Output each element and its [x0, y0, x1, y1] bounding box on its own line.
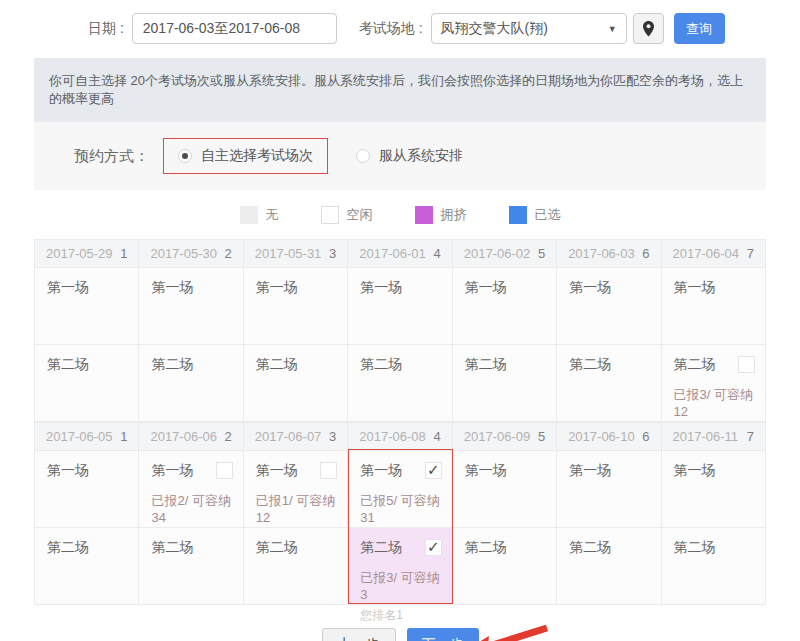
chevron-down-icon: ▼	[608, 24, 617, 34]
legend-item: 无	[240, 206, 279, 224]
header-date: 2017-06-07	[255, 429, 322, 444]
header-day-number: 6	[642, 246, 649, 261]
date-range-input[interactable]	[132, 13, 337, 44]
location-button[interactable]	[633, 13, 664, 44]
session-cell[interactable]: 第二场已报3/ 可容纳12您排名1	[662, 345, 766, 422]
checkbox-unchecked-icon[interactable]	[320, 462, 337, 479]
session-title: 第一场	[465, 462, 507, 480]
header-date: 2017-06-02	[464, 246, 531, 261]
session-title: 第一场	[465, 279, 507, 297]
option-system-label: 服从系统安排	[379, 147, 463, 165]
search-button[interactable]: 查询	[674, 13, 725, 44]
checkbox-checked-icon[interactable]: ✓	[425, 462, 442, 479]
option-system-arrange[interactable]: 服从系统安排	[356, 147, 463, 165]
session-cell[interactable]: 第一场	[348, 268, 452, 345]
date-header-cell: 2017-06-036	[557, 240, 661, 268]
session-title: 第二场	[360, 539, 402, 557]
session-title: 第一场	[569, 462, 611, 480]
radio-unselected-icon[interactable]	[356, 149, 370, 163]
session-cell[interactable]: 第一场	[662, 451, 766, 528]
header-date: 2017-06-05	[46, 429, 113, 444]
session-cell[interactable]: 第一场	[244, 268, 348, 345]
checkmark-icon: ✓	[427, 462, 440, 477]
session-cell-top: 第一场	[569, 462, 650, 480]
previous-step-button[interactable]: 上一步	[322, 628, 396, 641]
legend-item: 空闲	[321, 206, 373, 224]
session-cell[interactable]: 第二场	[35, 528, 139, 605]
session-cell[interactable]: 第一场	[35, 268, 139, 345]
session-title: 第二场	[674, 356, 716, 374]
session-cell-top: 第二场	[360, 356, 441, 374]
next-step-button[interactable]: 下一步	[407, 628, 479, 641]
filter-bar: 日期 : 考试场地 : 凤翔交警大队(翔) ▼ 查询	[0, 0, 800, 44]
legend-item: 拥挤	[415, 206, 467, 224]
capacity-info: 已报2/ 可容纳34	[151, 492, 232, 525]
session-cell-top: 第一场	[256, 462, 337, 480]
session-cell[interactable]: 第一场已报1/ 可容纳12您排名1	[244, 451, 348, 528]
header-day-number: 7	[747, 246, 754, 261]
session-cell[interactable]: 第一场	[453, 268, 557, 345]
session-cell[interactable]: 第一场	[662, 268, 766, 345]
session-cell-top: 第二场	[569, 539, 650, 557]
date-header-cell: 2017-06-073	[244, 423, 348, 451]
header-date: 2017-05-29	[46, 246, 113, 261]
session-cell-top: 第二场✓	[360, 539, 441, 557]
session-cell[interactable]: 第二场✓已报3/ 可容纳3您排名1	[348, 528, 452, 605]
header-day-number: 7	[747, 429, 754, 444]
date-header-cell: 2017-06-051	[35, 423, 139, 451]
session-title: 第一场	[569, 279, 611, 297]
checkbox-checked-icon[interactable]: ✓	[425, 539, 442, 556]
session-cell[interactable]: 第二场	[557, 345, 661, 422]
session-cell[interactable]: 第一场已报2/ 可容纳34您排名1	[139, 451, 243, 528]
session-cell[interactable]: 第一场	[557, 451, 661, 528]
session-cell[interactable]: 第一场	[557, 268, 661, 345]
legend-item: 已选	[509, 206, 561, 224]
session-title: 第一场	[360, 462, 402, 480]
session-title: 第一场	[47, 462, 89, 480]
session-cell[interactable]: 第二场	[662, 528, 766, 605]
option-self-select[interactable]: 自主选择考试场次	[163, 138, 328, 174]
header-date: 2017-06-09	[464, 429, 531, 444]
capacity-info: 已报1/ 可容纳12	[256, 492, 337, 525]
venue-label: 考试场地 :	[359, 20, 423, 38]
session-cell[interactable]: 第二场	[244, 345, 348, 422]
session-cell[interactable]: 第二场	[348, 345, 452, 422]
date-header-cell: 2017-06-095	[453, 423, 557, 451]
session-cell[interactable]: 第一场	[139, 268, 243, 345]
session-cell[interactable]: 第二场	[244, 528, 348, 605]
session-cell-top: 第一场	[47, 462, 128, 480]
legend-label: 无	[266, 206, 279, 224]
session-cell[interactable]: 第二场	[557, 528, 661, 605]
session-cell-top: 第一场	[151, 462, 232, 480]
session-title: 第一场	[151, 462, 193, 480]
calendar: 2017-05-2912017-05-3022017-05-3132017-06…	[34, 239, 766, 605]
venue-select[interactable]: 凤翔交警大队(翔) ▼	[431, 13, 627, 44]
session-title: 第二场	[569, 356, 611, 374]
checkbox-unchecked-icon[interactable]	[738, 356, 755, 373]
session-title: 第一场	[674, 462, 716, 480]
option-self-label: 自主选择考试场次	[201, 147, 313, 165]
date-header-cell: 2017-05-291	[35, 240, 139, 268]
session-cell[interactable]: 第一场	[35, 451, 139, 528]
session-cell[interactable]: 第二场	[453, 345, 557, 422]
session-title: 第一场	[47, 279, 89, 297]
header-day-number: 4	[433, 246, 440, 261]
session-cell[interactable]: 第一场	[453, 451, 557, 528]
date-header-cell: 2017-06-106	[557, 423, 661, 451]
week-grid: 2017-05-2912017-05-3022017-05-3132017-06…	[34, 239, 766, 422]
session-title: 第二场	[674, 539, 716, 557]
session-cell[interactable]: 第二场	[139, 528, 243, 605]
session-cell[interactable]: 第二场	[139, 345, 243, 422]
header-day-number: 3	[329, 429, 336, 444]
date-header-cell: 2017-05-313	[244, 240, 348, 268]
session-cell[interactable]: 第一场✓已报5/ 可容纳31您排名1	[348, 451, 452, 528]
session-cell[interactable]: 第二场	[453, 528, 557, 605]
session-cell-top: 第一场	[151, 279, 232, 297]
header-day-number: 1	[120, 429, 127, 444]
session-cell-top: 第二场	[47, 356, 128, 374]
session-cell[interactable]: 第二场	[35, 345, 139, 422]
session-title: 第二场	[465, 539, 507, 557]
radio-selected-icon[interactable]	[178, 149, 192, 163]
checkbox-unchecked-icon[interactable]	[216, 462, 233, 479]
session-cell-top: 第一场	[674, 462, 755, 480]
